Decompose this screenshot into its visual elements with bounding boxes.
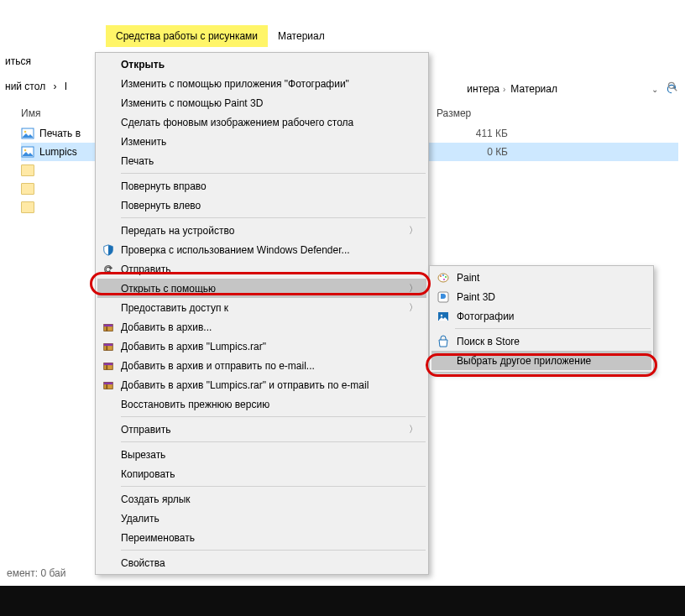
svg-rect-8 — [106, 326, 107, 331]
sub-paint[interactable]: Paint — [431, 268, 651, 287]
ctx-add-email[interactable]: Добавить в архив и отправить по e-mail..… — [97, 356, 426, 375]
svg-point-21 — [445, 276, 447, 278]
svg-rect-16 — [104, 382, 113, 384]
svg-rect-10 — [104, 343, 113, 346]
paint3d-icon — [437, 290, 450, 304]
ctx-properties[interactable]: Свойства — [97, 553, 426, 572]
separator — [121, 416, 426, 417]
ctx-print[interactable]: Печать — [97, 151, 426, 170]
separator — [121, 441, 426, 442]
ctx-rename[interactable]: Переименовать — [97, 528, 426, 547]
tab-material[interactable]: Материал — [268, 25, 335, 47]
ribbon-tabs: Средства работы с рисунками Материал — [106, 25, 335, 47]
ctx-edit-paint3d[interactable]: Изменить с помощью Paint 3D — [97, 93, 426, 112]
winrar-icon — [102, 321, 115, 334]
separator — [455, 328, 651, 329]
ctx-add-archive[interactable]: Добавить в архив... — [97, 317, 426, 337]
column-size[interactable]: Размер — [437, 107, 520, 119]
ctx-restore[interactable]: Восстановить прежнюю версию — [97, 394, 426, 414]
ctx-defender[interactable]: Проверка с использованием Windows Defend… — [97, 240, 426, 259]
ctx-give-access[interactable]: Предоставить доступ к〉 — [97, 298, 426, 317]
svg-point-22 — [443, 279, 445, 280]
ctx-add-lumpics[interactable]: Добавить в архив "Lumpics.rar" — [97, 337, 426, 356]
shield-icon — [102, 243, 115, 257]
folder-icon — [21, 183, 34, 195]
ctx-shortcut[interactable]: Создать ярлык — [97, 489, 426, 509]
ctx-open-with[interactable]: Открыть с помощью〉 — [97, 279, 426, 298]
separator — [121, 550, 426, 551]
svg-point-20 — [442, 274, 444, 276]
image-icon — [21, 127, 34, 140]
sub-photos[interactable]: Фотографии — [431, 306, 651, 326]
chevron-right-icon: 〉 — [409, 301, 418, 314]
svg-line-1 — [674, 88, 677, 91]
ctx-add-lumpics-email[interactable]: Добавить в архив "Lumpics.rar" и отправи… — [97, 375, 426, 394]
paint-icon — [437, 271, 450, 285]
photos-icon — [437, 310, 450, 323]
ctx-set-wallpaper[interactable]: Сделать фоновым изображением рабочего ст… — [97, 112, 426, 132]
ctx-edit-photos[interactable]: Изменить с помощью приложения "Фотографи… — [97, 74, 426, 93]
folder-icon — [21, 164, 34, 176]
sub-store[interactable]: Поиск в Store — [431, 331, 651, 351]
share-icon — [102, 263, 115, 276]
separator — [121, 217, 426, 218]
folder-icon — [21, 201, 34, 213]
ctx-open[interactable]: Открыть — [97, 55, 426, 74]
ctx-copy[interactable]: Копировать — [97, 464, 426, 483]
svg-rect-13 — [104, 363, 113, 365]
svg-rect-17 — [106, 384, 107, 389]
breadcrumb-printer[interactable]: интера› — [467, 83, 509, 95]
search-icon[interactable] — [667, 81, 678, 92]
tab-picture-tools[interactable]: Средства работы с рисунками — [106, 25, 268, 47]
separator — [121, 486, 426, 487]
breadcrumb-material[interactable]: Материал — [510, 83, 557, 95]
store-icon — [437, 335, 450, 348]
svg-point-19 — [440, 275, 442, 277]
svg-point-25 — [441, 314, 442, 316]
svg-rect-7 — [104, 324, 113, 326]
chevron-right-icon: 〉 — [409, 423, 418, 436]
ctx-rotate-left[interactable]: Повернуть влево — [97, 196, 426, 215]
open-with-submenu: Paint Paint 3D Фотографии Поиск в Store … — [429, 265, 654, 373]
svg-point-3 — [24, 131, 27, 133]
svg-point-5 — [24, 149, 27, 152]
ctx-edit[interactable]: Изменить — [97, 132, 426, 151]
ctx-cast[interactable]: Передать на устройство〉 — [97, 221, 426, 240]
share-label-fragment: иться — [5, 55, 31, 67]
status-bar: емент: 0 бай — [7, 567, 65, 579]
svg-rect-11 — [106, 346, 107, 350]
sub-paint3d[interactable]: Paint 3D — [431, 287, 651, 306]
file-size: 411 КБ — [441, 128, 525, 139]
sub-choose-app[interactable]: Выбрать другое приложение — [431, 351, 651, 370]
bottom-bar — [0, 586, 685, 616]
ctx-share[interactable]: Отправить — [97, 259, 426, 279]
file-size: 0 КБ — [441, 146, 525, 158]
ctx-send-to[interactable]: Отправить〉 — [97, 420, 426, 439]
ctx-cut[interactable]: Вырезать — [97, 445, 426, 464]
image-icon — [21, 145, 34, 159]
svg-rect-14 — [106, 365, 107, 369]
chevron-right-icon: 〉 — [409, 282, 418, 295]
ctx-delete[interactable]: Удалить — [97, 509, 426, 528]
svg-point-0 — [668, 82, 674, 88]
winrar-icon — [102, 378, 115, 392]
winrar-icon — [102, 359, 115, 373]
winrar-icon — [102, 340, 115, 353]
breadcrumb-dropdown-icon[interactable]: ⌄ — [651, 85, 658, 94]
separator — [121, 173, 426, 174]
chevron-right-icon: 〉 — [409, 224, 418, 237]
ctx-rotate-right[interactable]: Повернуть вправо — [97, 176, 426, 196]
context-menu: Открыть Изменить с помощью приложения "Ф… — [95, 52, 429, 575]
